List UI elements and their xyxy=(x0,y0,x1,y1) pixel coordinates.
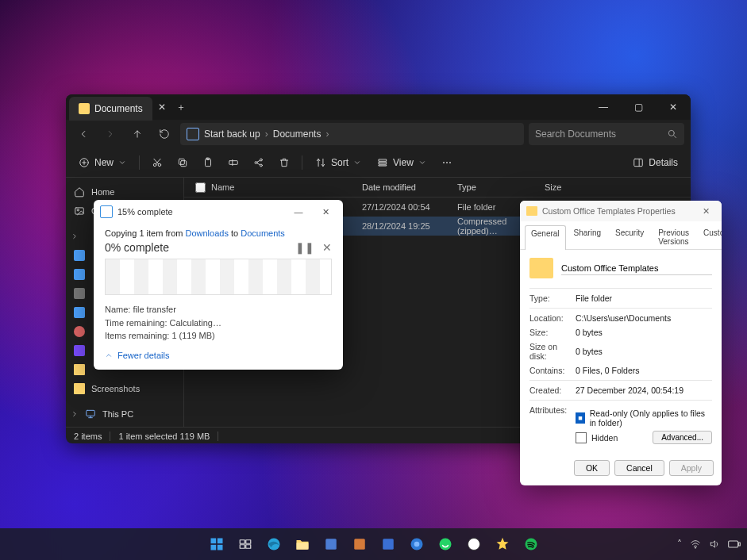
up-button[interactable] xyxy=(126,123,148,145)
ok-button[interactable]: OK xyxy=(574,460,610,476)
spotify-icon[interactable] xyxy=(519,532,543,556)
column-name[interactable]: Name xyxy=(211,182,362,192)
crumb-leaf[interactable]: Documents xyxy=(273,128,322,140)
back-button[interactable] xyxy=(72,123,94,145)
folder-icon xyxy=(529,258,553,278)
svg-rect-18 xyxy=(87,410,95,416)
folder-name-field[interactable] xyxy=(561,262,712,275)
new-tab-button[interactable]: ＋ xyxy=(171,98,191,117)
battery-icon[interactable] xyxy=(728,539,741,549)
task-view-button[interactable] xyxy=(233,532,257,556)
app-icon[interactable] xyxy=(376,532,400,556)
copy-prefix: Copying 1 item from xyxy=(105,228,185,238)
tab-documents[interactable]: Documents xyxy=(69,97,152,121)
to-link[interactable]: Documents xyxy=(241,228,285,238)
disk-label: Size on disk: xyxy=(529,342,576,361)
sort-button[interactable]: Sort xyxy=(309,152,368,174)
sidebar-item-label: Home xyxy=(91,187,114,197)
minimize-button[interactable]: — xyxy=(287,203,310,221)
column-headers[interactable]: Name Date modified Type Size xyxy=(184,178,691,198)
svg-rect-42 xyxy=(729,541,738,547)
details-label: Details xyxy=(649,157,678,168)
svg-rect-43 xyxy=(738,543,740,546)
svg-rect-28 xyxy=(240,545,245,549)
whatsapp-icon[interactable] xyxy=(433,532,457,556)
from-link[interactable]: Downloads xyxy=(185,228,228,238)
wifi-icon[interactable] xyxy=(690,539,701,550)
paste-button[interactable] xyxy=(197,152,219,174)
minimize-button[interactable]: — xyxy=(586,94,621,120)
svg-point-36 xyxy=(414,542,419,547)
chevron-up-icon[interactable]: ˄ xyxy=(677,539,682,550)
app-icon[interactable] xyxy=(462,532,486,556)
column-size[interactable]: Size xyxy=(545,182,691,192)
app-icon[interactable] xyxy=(348,532,372,556)
view-label: View xyxy=(393,157,414,168)
app-icon[interactable] xyxy=(405,532,429,556)
sidebar-item-screenshots[interactable]: Screenshots xyxy=(69,379,180,398)
svg-point-0 xyxy=(668,130,674,136)
forward-button[interactable] xyxy=(99,123,121,145)
cancel-copy-button[interactable]: ✕ xyxy=(322,241,332,254)
breadcrumb[interactable]: Start back up › Documents › xyxy=(180,123,524,145)
select-all-checkbox[interactable] xyxy=(195,182,206,193)
pause-button[interactable]: ❚❚ xyxy=(295,241,314,254)
time-value: Calculating… xyxy=(170,318,221,328)
new-button[interactable]: New xyxy=(72,152,133,174)
sidebar-item-home[interactable]: Home xyxy=(69,182,180,201)
dialog-titlebar: Custom Office Templates Properties ✕ xyxy=(520,201,722,221)
apply-button[interactable]: Apply xyxy=(669,460,714,476)
readonly-checkbox[interactable]: ■ xyxy=(576,412,585,424)
taskbar: ˄ xyxy=(0,528,747,560)
items-value: 1 (119 MB) xyxy=(171,331,214,340)
tab-sharing[interactable]: Sharing xyxy=(568,224,607,249)
close-button[interactable]: ✕ xyxy=(696,203,715,219)
close-button[interactable]: ✕ xyxy=(314,203,337,221)
items-label: Items remaining: xyxy=(105,331,171,340)
cut-button[interactable] xyxy=(146,152,168,174)
details-pane-button[interactable]: Details xyxy=(626,152,684,174)
system-tray[interactable]: ˄ xyxy=(677,528,741,560)
search-placeholder: Search Documents xyxy=(535,128,662,140)
view-button[interactable]: View xyxy=(371,152,433,174)
location-label: Location: xyxy=(529,313,576,323)
cancel-button[interactable]: Cancel xyxy=(614,460,664,476)
edge-icon[interactable] xyxy=(262,532,286,556)
sidebar-expander[interactable]: This PC xyxy=(69,405,180,424)
to-word: to xyxy=(229,228,241,238)
toolbar: New Sort View ⋯ xyxy=(66,148,691,178)
share-button[interactable] xyxy=(248,152,270,174)
start-button[interactable] xyxy=(205,532,229,556)
maximize-button[interactable]: ▢ xyxy=(621,94,656,120)
close-button[interactable]: ✕ xyxy=(656,94,691,120)
column-date[interactable]: Date modified xyxy=(362,182,457,192)
tab-close-button[interactable]: ✕ xyxy=(152,98,171,117)
app-icon[interactable] xyxy=(319,532,343,556)
dialog-title: Custom Office Templates Properties xyxy=(542,206,691,216)
copy-button[interactable] xyxy=(171,152,194,174)
delete-button[interactable] xyxy=(273,152,295,174)
tab-general[interactable]: General xyxy=(525,225,566,250)
copy-progress-dialog: 15% complete — ✕ Copying 1 item from Dow… xyxy=(94,200,343,370)
column-type[interactable]: Type xyxy=(457,182,545,192)
tab-security[interactable]: Security xyxy=(609,224,650,249)
app-icon[interactable] xyxy=(491,532,514,556)
refresh-button[interactable] xyxy=(153,123,175,145)
hidden-checkbox[interactable] xyxy=(576,432,587,443)
fewer-label: Fewer details xyxy=(117,351,169,360)
more-button[interactable]: ⋯ xyxy=(436,152,458,174)
svg-rect-31 xyxy=(296,543,308,549)
crumb-root[interactable]: Start back up xyxy=(204,128,260,140)
copy-details: Name: file transfer Time remaining: Calc… xyxy=(105,303,332,343)
advanced-button[interactable]: Advanced... xyxy=(653,431,712,444)
svg-rect-32 xyxy=(325,539,337,550)
fewer-details-toggle[interactable]: Fewer details xyxy=(105,351,332,360)
volume-icon[interactable] xyxy=(709,539,720,550)
search-box[interactable]: Search Documents xyxy=(529,123,684,145)
tab-customize[interactable]: Customize xyxy=(697,224,722,249)
type-value: File folder xyxy=(576,293,712,303)
file-explorer-icon[interactable] xyxy=(291,532,314,556)
tab-previous-versions[interactable]: Previous Versions xyxy=(652,224,695,249)
monitor-icon xyxy=(85,408,96,420)
rename-button[interactable] xyxy=(222,152,245,174)
